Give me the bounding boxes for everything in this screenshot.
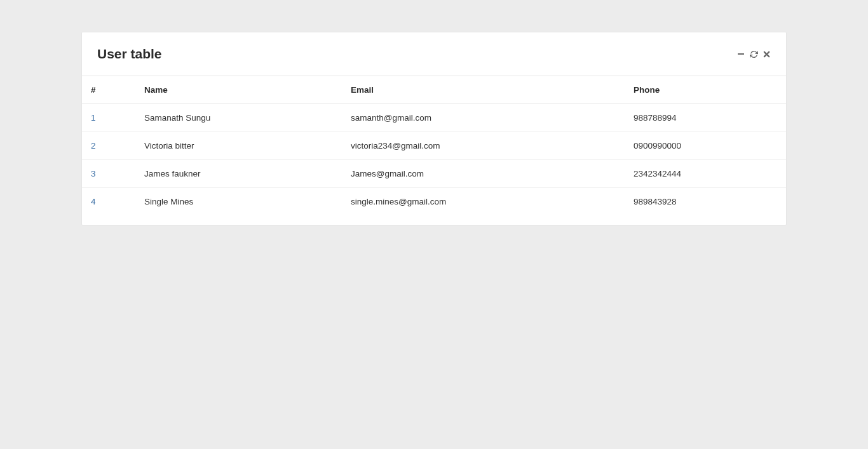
cell-email: James@gmail.com: [342, 160, 625, 188]
cell-email: single.mines@gmail.com: [342, 188, 625, 216]
row-index-link[interactable]: 3: [91, 169, 96, 178]
cell-index: 4: [82, 188, 135, 216]
table-row: 1Samanath Sungusamanth@gmail.com98878899…: [82, 104, 786, 132]
cell-name: Samanath Sungu: [135, 104, 342, 132]
table-row: 2Victoria bittervictoria234@gmail.com090…: [82, 132, 786, 160]
table-row: 3James fauknerJames@gmail.com2342342444: [82, 160, 786, 188]
cell-index: 1: [82, 104, 135, 132]
row-index-link[interactable]: 1: [91, 113, 96, 123]
svg-rect-0: [738, 53, 744, 55]
panel-title: User table: [97, 46, 162, 62]
col-header-phone: Phone: [625, 76, 786, 104]
cell-email: samanth@gmail.com: [342, 104, 625, 132]
row-index-link[interactable]: 2: [91, 141, 96, 151]
col-header-index: #: [82, 76, 135, 104]
cell-phone: 2342342444: [625, 160, 786, 188]
cell-email: victoria234@gmail.com: [342, 132, 625, 160]
close-icon[interactable]: [762, 50, 771, 58]
cell-index: 2: [82, 132, 135, 160]
cell-phone: 0900990000: [625, 132, 786, 160]
user-table: # Name Email Phone 1Samanath Sungusamant…: [82, 76, 786, 215]
panel-controls: [736, 50, 771, 58]
table-row: 4Single Minessingle.mines@gmail.com98984…: [82, 188, 786, 216]
row-index-link[interactable]: 4: [91, 197, 96, 206]
cell-phone: 989843928: [625, 188, 786, 216]
refresh-icon[interactable]: [749, 50, 758, 58]
cell-phone: 988788994: [625, 104, 786, 132]
cell-index: 3: [82, 160, 135, 188]
minimize-icon[interactable]: [736, 50, 745, 58]
cell-name: James faukner: [135, 160, 342, 188]
table-header-row: # Name Email Phone: [82, 76, 786, 104]
col-header-name: Name: [135, 76, 342, 104]
cell-name: Victoria bitter: [135, 132, 342, 160]
col-header-email: Email: [342, 76, 625, 104]
panel-header: User table: [82, 32, 786, 76]
panel-body: # Name Email Phone 1Samanath Sungusamant…: [82, 76, 786, 225]
cell-name: Single Mines: [135, 188, 342, 216]
user-table-panel: User table #: [81, 32, 787, 225]
